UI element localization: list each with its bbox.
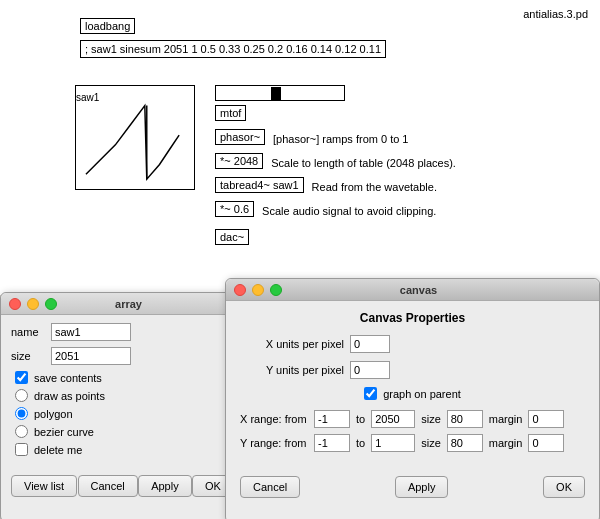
x-range-row: X range: from to size margin [240, 410, 585, 428]
name-label: name [11, 326, 51, 338]
y-range-row: Y range: from to size margin [240, 434, 585, 452]
x-units-row: X units per pixel [240, 335, 585, 353]
save-contents-row: save contents [11, 371, 234, 384]
array-close-button[interactable] [9, 298, 21, 310]
mulscale-comment: Scale audio signal to avoid clipping. [262, 205, 436, 217]
phasor-object[interactable]: phasor~ [215, 129, 265, 145]
x-size-label: size [421, 413, 441, 425]
x-units-label: X units per pixel [240, 338, 350, 350]
x-range-to-label: to [356, 413, 365, 425]
save-contents-label: save contents [34, 372, 102, 384]
name-input[interactable] [51, 323, 131, 341]
polygon-radio[interactable] [15, 407, 28, 420]
y-range-to-input[interactable] [371, 434, 415, 452]
canvas-section-title: Canvas Properties [240, 311, 585, 325]
canvas-close-button[interactable] [234, 284, 246, 296]
canvas-cancel-button[interactable]: Cancel [240, 476, 300, 498]
pd-objects-panel: mtof phasor~ [phasor~] ramps from 0 to 1… [215, 85, 456, 249]
graph-on-parent-checkbox[interactable] [364, 387, 377, 400]
canvas-titlebar: canvas [226, 279, 599, 301]
x-units-input[interactable] [350, 335, 390, 353]
canvas-dialog: canvas Canvas Properties X units per pix… [225, 278, 600, 519]
array-cancel-button[interactable]: Cancel [78, 475, 138, 497]
canvas-dialog-title: canvas [246, 284, 591, 296]
mulscale-object[interactable]: *~ 0.6 [215, 201, 254, 217]
y-margin-label: margin [489, 437, 523, 449]
y-range-label: Y range: from [240, 437, 310, 449]
polygon-label: polygon [34, 408, 73, 420]
bezier-radio[interactable] [15, 425, 28, 438]
delete-me-label: delete me [34, 444, 82, 456]
saw1-label: saw1 [76, 92, 99, 103]
mtof-object[interactable]: mtof [215, 105, 246, 121]
tabread-object[interactable]: tabread4~ saw1 [215, 177, 304, 193]
message-object[interactable]: ; saw1 sinesum 2051 1 0.5 0.33 0.25 0.2 … [80, 40, 386, 58]
name-field-row: name [11, 323, 234, 341]
loadbang-object[interactable]: loadbang [80, 18, 135, 34]
y-units-input[interactable] [350, 361, 390, 379]
polygon-row: polygon [11, 407, 234, 420]
size-field-row: size [11, 347, 234, 365]
y-size-label: size [421, 437, 441, 449]
y-units-row: Y units per pixel [240, 361, 585, 379]
x-range-to-input[interactable] [371, 410, 415, 428]
canvas-apply-button[interactable]: Apply [395, 476, 449, 498]
y-range-from-input[interactable] [314, 434, 350, 452]
mul2048-comment: Scale to length of table (2048 places). [271, 157, 456, 169]
pd-title: antialias.3.pd [523, 8, 588, 20]
canvas-ok-button[interactable]: OK [543, 476, 585, 498]
bezier-label: bezier curve [34, 426, 94, 438]
pd-canvas: antialias.3.pd loadbang ; saw1 sinesum 2… [0, 0, 600, 295]
y-margin-input[interactable] [528, 434, 564, 452]
save-contents-checkbox[interactable] [15, 371, 28, 384]
delete-me-checkbox[interactable] [15, 443, 28, 456]
graph-on-parent-label: graph on parent [383, 388, 461, 400]
x-margin-input[interactable] [528, 410, 564, 428]
array-dialog-buttons: View list Cancel Apply OK [1, 469, 244, 505]
slider-object[interactable] [215, 85, 345, 101]
tabread-comment: Read from the wavetable. [312, 181, 437, 193]
array-apply-button[interactable]: Apply [138, 475, 192, 497]
y-range-to-label: to [356, 437, 365, 449]
y-units-label: Y units per pixel [240, 364, 350, 376]
y-size-input[interactable] [447, 434, 483, 452]
array-dialog-title: array [21, 298, 236, 310]
size-input[interactable] [51, 347, 131, 365]
phasor-comment: [phasor~] ramps from 0 to 1 [273, 133, 408, 145]
canvas-dialog-buttons: Cancel Apply OK [226, 468, 599, 504]
delete-me-row: delete me [11, 443, 234, 456]
draw-points-radio[interactable] [15, 389, 28, 402]
x-size-input[interactable] [447, 410, 483, 428]
array-titlebar: array [1, 293, 244, 315]
bezier-row: bezier curve [11, 425, 234, 438]
draw-points-label: draw as points [34, 390, 105, 402]
x-range-label: X range: from [240, 413, 310, 425]
size-label: size [11, 350, 51, 362]
graph-on-parent-row: graph on parent [240, 387, 585, 400]
view-list-button[interactable]: View list [11, 475, 77, 497]
mul2048-object[interactable]: *~ 2048 [215, 153, 263, 169]
x-margin-label: margin [489, 413, 523, 425]
array-dialog-body: name size save contents draw as points p… [1, 315, 244, 469]
x-range-from-input[interactable] [314, 410, 350, 428]
draw-as-points-row: draw as points [11, 389, 234, 402]
canvas-dialog-body: Canvas Properties X units per pixel Y un… [226, 301, 599, 468]
dac-object[interactable]: dac~ [215, 229, 249, 245]
array-dialog: array name size save contents draw as po… [0, 292, 245, 519]
